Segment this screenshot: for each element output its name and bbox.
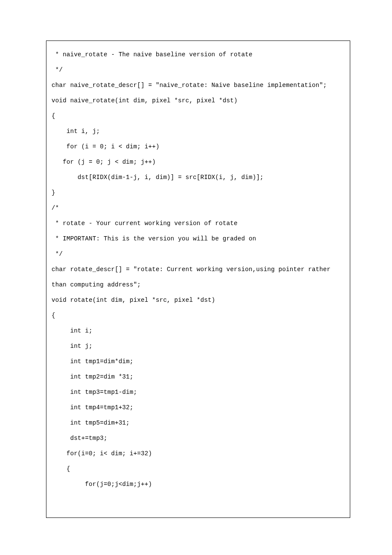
code-line: int tmp5=dim+31; — [52, 415, 345, 431]
code-container: * naive_rotate - The naive baseline vers… — [46, 40, 350, 518]
code-line: char naive_rotate_descr[] = "naive_rotat… — [52, 78, 345, 93]
code-line: dst[RIDX(dim-1-j, i, dim)] = src[RIDX(i,… — [52, 170, 345, 185]
code-line: for (j = 0; j < dim; j++) — [52, 154, 345, 170]
code-line: */ — [52, 62, 345, 78]
code-line: int tmp3=tmp1-dim; — [52, 384, 345, 400]
code-line: int i, j; — [52, 124, 345, 139]
code-line: for (i = 0; i < dim; i++) — [52, 139, 345, 154]
code-line: int i; — [52, 323, 345, 338]
code-line: */ — [52, 246, 345, 262]
code-line: /* — [52, 200, 345, 216]
code-line: int tmp4=tmp1+32; — [52, 400, 345, 415]
code-line: * naive_rotate - The naive baseline vers… — [52, 47, 345, 62]
code-line: for(j=0;j<dim;j++) — [52, 477, 345, 492]
code-line: void rotate(int dim, pixel *src, pixel *… — [52, 292, 345, 308]
code-line: { — [52, 308, 345, 323]
code-line: int j; — [52, 338, 345, 354]
code-line: } — [52, 185, 345, 200]
code-line: * rotate - Your current working version … — [52, 216, 345, 231]
code-line: char rotate_descr[] = "rotate: Current w… — [52, 262, 345, 292]
code-line: for(i=0; i< dim; i+=32) — [52, 446, 345, 461]
code-line: { — [52, 461, 345, 477]
code-line: int tmp2=dim *31; — [52, 369, 345, 384]
code-line: { — [52, 108, 345, 124]
code-line: * IMPORTANT: This is the version you wil… — [52, 231, 345, 246]
code-line: void naive_rotate(int dim, pixel *src, p… — [52, 93, 345, 108]
code-line: dst+=tmp3; — [52, 431, 345, 446]
code-line: int tmp1=dim*dim; — [52, 354, 345, 369]
